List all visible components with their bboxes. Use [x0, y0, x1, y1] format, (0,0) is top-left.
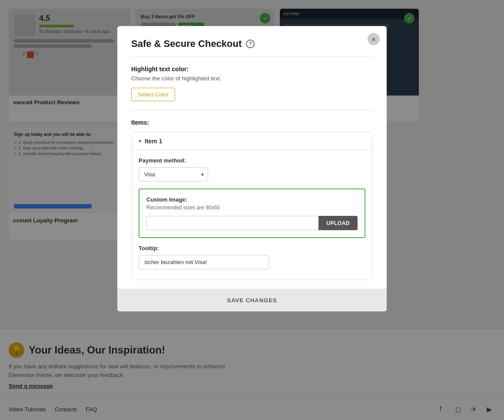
tooltip-section: Tooltip: [139, 238, 365, 273]
accordion-header[interactable]: ▾ Item 1 [132, 132, 372, 150]
tooltip-label: Tooltip: [139, 245, 365, 251]
custom-image-desc: Recommended sizes are 90x60 [146, 205, 358, 211]
custom-image-label: Custom Image: [146, 196, 358, 203]
save-changes-button[interactable]: SAVE CHANGES [117, 289, 387, 311]
items-section: Items: ▾ Item 1 Payment method: Visa M [131, 110, 373, 289]
select-color-button[interactable]: Select Color [131, 88, 175, 101]
highlight-color-section: Highlight text color: Choose the color o… [131, 57, 373, 110]
modal-title: Safe & Secure Checkout [131, 38, 242, 50]
modal-header: Safe & Secure Checkout ? × [117, 26, 387, 56]
items-section-label: Items: [131, 119, 373, 126]
upload-button[interactable]: UPLOAD [318, 216, 358, 230]
tooltip-input[interactable] [139, 255, 269, 269]
modal-overlay: Safe & Secure Checkout ? × Highlight tex… [0, 0, 504, 420]
modal-footer: SAVE CHANGES [117, 289, 387, 311]
custom-image-section: Custom Image: Recommended sizes are 90x6… [139, 189, 365, 238]
chevron-down-icon: ▾ [139, 138, 141, 144]
item-1-accordion: ▾ Item 1 Payment method: Visa Mastercard… [131, 132, 373, 280]
accordion-title: Item 1 [145, 138, 162, 145]
help-icon[interactable]: ? [246, 40, 255, 48]
modal-body: Highlight text color: Choose the color o… [117, 57, 387, 289]
upload-row: UPLOAD [146, 216, 358, 230]
highlight-color-desc: Choose the color of highlighted text. [131, 75, 373, 82]
payment-method-select[interactable]: Visa Mastercard PayPal Stripe [139, 167, 208, 182]
accordion-body: Payment method: Visa Mastercard PayPal S… [132, 150, 372, 280]
close-button[interactable]: × [368, 33, 380, 45]
highlight-color-label: Highlight text color: [131, 66, 373, 73]
payment-method-label: Payment method: [139, 157, 365, 164]
payment-method-select-wrapper: Visa Mastercard PayPal Stripe ▾ [139, 167, 208, 182]
modal: Safe & Secure Checkout ? × Highlight tex… [117, 26, 387, 311]
upload-file-input[interactable] [146, 216, 318, 230]
